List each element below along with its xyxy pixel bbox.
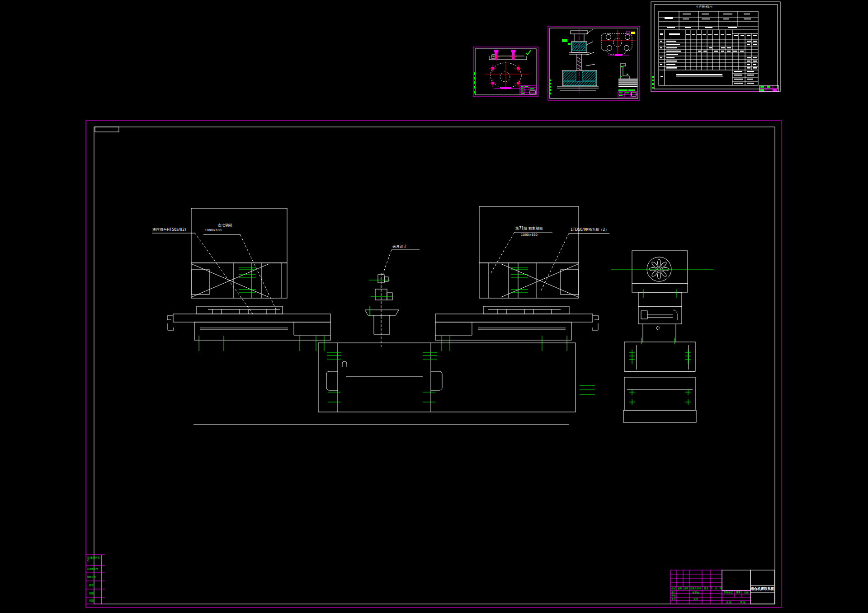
jig-plan-view xyxy=(601,30,636,56)
label-fixture-design: 夹具设计 xyxy=(392,244,407,248)
jig-bracket-detail xyxy=(620,64,629,79)
tb-stage-label: 阶段标记 xyxy=(722,591,735,594)
clamp-symbols xyxy=(489,65,522,87)
check-mark-icon xyxy=(526,50,531,55)
side-view xyxy=(623,251,696,422)
tb-scale-label: 比例 xyxy=(742,591,750,594)
sheet-b-title-block xyxy=(618,89,637,97)
sheet-a-title-block xyxy=(520,85,536,94)
tb-rev-zone: 分区 xyxy=(683,587,689,590)
label-right-spindle-box-size: 1000×630 xyxy=(521,233,538,237)
attribute-column-grid xyxy=(86,555,105,604)
tb-role-process: 工艺 xyxy=(670,598,677,600)
yellow-mark xyxy=(631,32,635,34)
sheet-top-middle xyxy=(548,26,640,100)
main-sheet-border xyxy=(86,121,781,608)
front-view-center-green-ticks xyxy=(327,280,437,402)
tb-rev-sign: 签名 xyxy=(702,587,710,590)
tb-rev-mark: 标记 xyxy=(670,587,677,590)
tb-sheet-total: 共 张 xyxy=(722,601,736,604)
label-left-spindle-box-size: 1000×630 xyxy=(205,229,222,232)
tb-role-standard: 标准化 xyxy=(689,591,702,594)
drawing-title: 组合机床联系图 xyxy=(750,587,774,591)
tb-role-design: 设计 xyxy=(670,591,677,594)
tb-weight-label: 重量 xyxy=(735,591,742,594)
attr-row-date1: 日期 xyxy=(89,592,104,594)
sheet-c-side-notes xyxy=(652,76,654,89)
sheet-top-right xyxy=(651,2,780,92)
front-view-left-unit xyxy=(167,208,330,340)
sheet-top-left xyxy=(473,47,538,97)
tb-rev-count: 处数 xyxy=(677,587,683,590)
tb-sheet-index: 第 张 xyxy=(736,601,750,604)
sheet-c-title-block xyxy=(760,85,778,92)
label-power-box: 1TD50/Ⅰ驱动力箱（2） xyxy=(571,228,609,232)
tb-rev-docno: 更改文件号 xyxy=(689,587,702,590)
sheet-b-parts-list xyxy=(618,79,637,87)
attr-row-sign: 签字 xyxy=(89,584,104,586)
attr-row-base-no: 底图总号 xyxy=(87,576,101,578)
cad-line-art xyxy=(0,0,868,613)
attr-row-date2: 日期 xyxy=(89,599,104,602)
label-hydraulic-slide: 液压滑台HT50a/Ⅰ(2) xyxy=(152,228,186,232)
label-left-spindle-box-name: 左七轴箱 xyxy=(218,223,232,227)
attr-row-old-base-no: 旧底图总号 xyxy=(87,567,101,570)
tb-role-approve: 批准 xyxy=(689,598,702,600)
productivity-card-title: 生产率计算卡 xyxy=(696,5,712,9)
side-view-green-marks xyxy=(611,269,713,405)
label-right-spindle-box-name: 第71组 右主轴箱 xyxy=(515,226,543,230)
cad-workspace: 液压滑台HT50a/Ⅰ(2) 左七轴箱 1000×630 夹具设计 第71组 右… xyxy=(0,0,868,613)
tb-rev-date: 年、月、日 xyxy=(710,587,722,590)
attr-row-borrow: 借(通)用件登记 xyxy=(87,556,101,562)
productivity-table-text-greek xyxy=(660,14,757,84)
leader-lines xyxy=(152,232,609,314)
tb-role-check: 审核 xyxy=(670,594,677,597)
